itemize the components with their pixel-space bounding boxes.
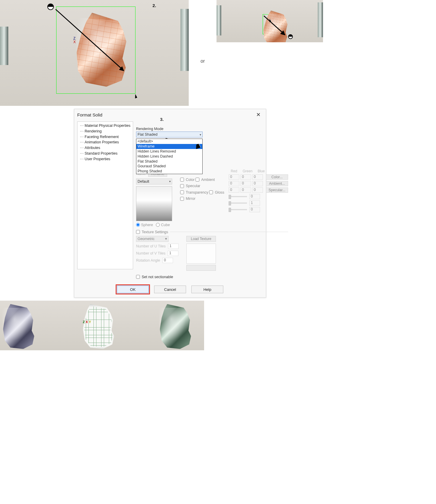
category-tree[interactable]: ⋯Material Physical Properties ⋯Rendering… xyxy=(77,121,133,269)
color-r-input[interactable]: 0 xyxy=(229,174,239,180)
rendering-mode-combo[interactable]: Flat Shaded ▾ xyxy=(136,132,203,137)
decor-slab-left xyxy=(0,27,8,65)
mirror-slider[interactable] xyxy=(229,209,247,210)
dropdown-option[interactable]: Hidden Lines Removed xyxy=(136,149,202,154)
color-picker-button[interactable]: Color... xyxy=(266,174,288,180)
gloss-row: 1 xyxy=(229,200,288,206)
divider xyxy=(170,232,288,232)
texture-mapping-combo[interactable]: Geometric▾ xyxy=(136,236,169,242)
results-viewport: Z X Y xyxy=(0,301,204,350)
dialog-button-row: OK Cancel Help xyxy=(74,282,266,297)
mirror-checkbox[interactable]: Mirror xyxy=(180,197,196,201)
tree-item[interactable]: ⋯Faceting Refinement xyxy=(79,134,131,140)
result-part-wireframe xyxy=(79,304,116,350)
step-2-label: 2. xyxy=(152,3,156,8)
rot-angle-label: Rotation Angle xyxy=(136,258,160,262)
ambient-row: 0 0 0 Ambient... xyxy=(229,181,288,186)
load-texture-button[interactable]: Load Texture xyxy=(186,236,216,242)
axis-x: X xyxy=(73,40,76,44)
step-3-label: 3. xyxy=(160,117,164,122)
specular-row: 0 0 0 Specular... xyxy=(229,187,288,193)
rendering-mode-dropdown[interactable]: <default> Wireframe Hidden Lines Removed… xyxy=(136,139,203,174)
color-row: 0 0 0 Color... xyxy=(229,174,288,180)
green-label: Green xyxy=(242,169,253,173)
help-button[interactable]: Help xyxy=(191,286,223,293)
ambient-b-input[interactable]: 0 xyxy=(252,181,263,186)
cursor-icon xyxy=(134,94,137,98)
transparency-row: 0 xyxy=(229,194,288,199)
combo-value: Flat Shaded xyxy=(138,132,157,137)
tree-item-rendering[interactable]: ⋯Rendering xyxy=(79,129,131,134)
mirror-input[interactable]: 0 xyxy=(249,207,260,212)
specular-r-input[interactable]: 0 xyxy=(229,187,239,193)
red-label: Red xyxy=(229,169,239,173)
rendering-mode-label: Rendering Mode xyxy=(136,127,288,131)
dropdown-option[interactable]: Flat Shaded xyxy=(136,159,202,164)
transparency-checkbox[interactable]: Transparency xyxy=(180,190,208,195)
dropdown-option[interactable]: Phong Shaded xyxy=(136,169,202,174)
rendering-panel: Rendering Mode Flat Shaded ▾ <default> W… xyxy=(136,121,288,280)
tree-item[interactable]: ⋯Standard Properties xyxy=(79,151,131,156)
cancel-button[interactable]: Cancel xyxy=(154,286,186,293)
gloss-slider[interactable] xyxy=(229,202,247,204)
material-default-combo[interactable]: Default▾ xyxy=(136,179,172,184)
result-part-shaded xyxy=(0,304,36,350)
dialog-titlebar: Format Solid ✕ xyxy=(74,109,266,120)
set-not-sectionable-checkbox[interactable]: Set not sectionable xyxy=(136,275,173,279)
chevron-down-icon: ▾ xyxy=(200,133,201,136)
gloss-checkbox[interactable]: Gloss xyxy=(209,190,224,195)
color-b-input[interactable]: 0 xyxy=(252,174,263,180)
num-v-label: Number of V Tiles xyxy=(136,251,165,255)
rotate-icon xyxy=(47,4,54,10)
sphere-radio[interactable]: Sphere xyxy=(136,223,153,227)
chevron-down-icon: ▾ xyxy=(169,180,171,183)
mirror-row: 0 xyxy=(229,207,288,212)
transparency-input[interactable]: 0 xyxy=(249,194,260,199)
texture-settings-checkbox[interactable]: Texture Settings xyxy=(136,230,168,234)
dialog-title: Format Solid xyxy=(77,112,102,117)
num-u-input[interactable]: 1 xyxy=(168,244,179,249)
dropdown-option-wireframe[interactable]: Wireframe xyxy=(136,144,202,149)
num-u-label: Number of U Tiles xyxy=(136,244,166,248)
chevron-down-icon: ▾ xyxy=(165,236,167,241)
blue-label: Blue xyxy=(256,169,267,173)
tree-item[interactable]: ⋯Animation Properties xyxy=(79,140,131,145)
num-v-input[interactable]: 1 xyxy=(168,251,178,256)
dropdown-option[interactable]: Hidden Lines Dashed xyxy=(136,154,202,159)
decor-slab-right-small xyxy=(318,2,323,37)
tree-item[interactable]: ⋯Attributes xyxy=(79,145,131,151)
ambient-checkbox[interactable]: Ambient xyxy=(196,178,215,182)
axis-indicator: Z X xyxy=(73,37,76,44)
color-g-input[interactable]: 0 xyxy=(240,174,251,180)
ok-button[interactable]: OK xyxy=(117,286,149,293)
specular-g-input[interactable]: 0 xyxy=(240,187,251,193)
result-part-green xyxy=(156,304,193,350)
ambient-g-input[interactable]: 0 xyxy=(240,181,251,186)
ambient-picker-button[interactable]: Ambient... xyxy=(266,181,288,186)
axis-indicator-small: Z X Y xyxy=(83,320,91,324)
gloss-input[interactable]: 1 xyxy=(249,200,260,206)
specular-b-input[interactable]: 0 xyxy=(252,187,263,193)
close-button[interactable]: ✕ xyxy=(254,111,263,119)
dropdown-option[interactable]: <default> xyxy=(136,139,202,144)
or-label: or xyxy=(201,59,205,64)
rot-angle-input[interactable]: 0 xyxy=(162,258,173,263)
specular-picker-button[interactable]: Specular... xyxy=(266,187,288,193)
texture-preview xyxy=(186,244,216,264)
dropdown-option[interactable]: Gouraud Shaded xyxy=(136,164,202,169)
decor-slab-left-small xyxy=(217,5,221,35)
cube-radio[interactable]: Cube xyxy=(156,223,170,227)
ambient-r-input[interactable]: 0 xyxy=(229,181,239,186)
ok-highlight: OK xyxy=(117,286,149,293)
texture-select-combo[interactable] xyxy=(186,265,216,271)
specular-checkbox[interactable]: Specular xyxy=(180,184,200,188)
tree-item[interactable]: ⋯Material Physical Properties xyxy=(79,123,131,129)
rotate-icon-small xyxy=(288,34,293,39)
color-checkbox[interactable]: Color xyxy=(180,178,195,182)
tree-item[interactable]: ⋯User Properties xyxy=(79,156,131,162)
viewport-large[interactable]: 2. Z X xyxy=(0,0,189,106)
material-preview-swatch xyxy=(136,186,172,221)
viewport-small[interactable] xyxy=(217,0,323,42)
transparency-slider[interactable] xyxy=(229,196,247,197)
format-solid-dialog: Format Solid ✕ 3. ⋯Material Physical Pro… xyxy=(74,109,266,298)
